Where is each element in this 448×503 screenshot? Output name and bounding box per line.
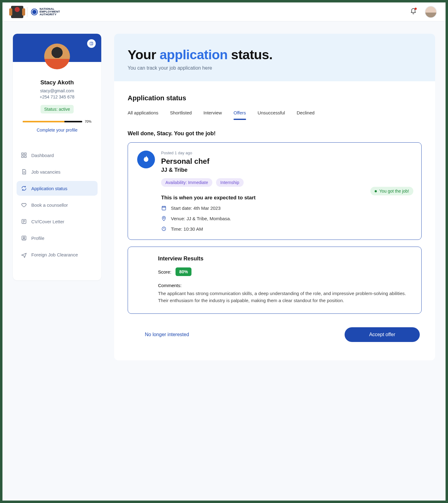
start-date-text: Start date: 4th Mar 2023 [171,205,221,211]
got-job-badge: You got the job! [370,187,413,195]
tab-all-applications[interactable]: All applications [128,110,158,120]
refresh-icon [21,185,27,191]
coat-of-arms-icon [11,6,23,18]
svg-rect-8 [162,206,166,210]
status-badge: Status: active [41,105,74,113]
offer-card: Posted 1 day ago Personal chef JJ & Trib… [128,142,422,240]
svg-point-7 [23,237,25,238]
page-title: Your application status. [128,47,422,62]
nav-dashboard[interactable]: Dashboard [17,148,98,163]
calendar-icon [161,205,167,211]
start-info-heading: This is when you are expected to start [161,195,412,201]
profile-phone: +254 712 345 678 [20,94,95,99]
main-content: Your application status. You can track y… [114,34,435,360]
nav-label: Job vacancies [31,169,60,175]
sidebar-nav: Dashboard Job vacancies Application stat… [13,148,101,262]
nav-profile[interactable]: Profile [17,231,98,245]
page-subtitle: You can track your job application here [128,65,422,71]
svg-rect-1 [22,153,24,155]
tab-shortlisted[interactable]: Shortlisted [170,110,192,120]
nea-logo: NATIONAL EMPLOYMENT AUTHORITY [31,8,60,16]
nav-label: Profile [31,236,44,241]
company-logo [137,151,155,168]
venue-text: Venue: JJ & Tribe, Mombasa. [171,216,231,221]
title-post: status. [228,47,273,62]
title-highlight: application [160,47,227,62]
profile-name: Stacy Akoth [20,79,95,86]
tab-interview[interactable]: Interview [203,110,222,120]
notifications-button[interactable] [410,8,417,16]
nea-badge-icon [31,9,38,15]
start-date-row: Start date: 4th Mar 2023 [161,205,412,211]
accept-offer-button[interactable]: Accept offer [345,327,420,342]
svg-point-9 [163,217,164,219]
sidebar-hero [13,34,101,62]
got-job-label: You got the job! [379,189,409,194]
nav-application-status[interactable]: Application status [17,181,98,196]
title-pre: Your [128,47,160,62]
grid-icon [21,152,27,158]
time-text: Time: 10:30 AM [171,226,203,232]
nav-label: Book a counsellor [31,202,68,208]
svg-rect-4 [25,156,26,158]
progress-fill [23,121,64,122]
hero-banner: Your application status. You can track y… [114,34,435,81]
nav-label: Application status [31,186,68,191]
results-heading: Interview Results [158,255,412,262]
section-heading: Application status [128,94,422,102]
venue-row: Venue: JJ & Tribe, Mombasa. [161,216,412,221]
nav-label: Foreign Job Clearance [31,252,78,257]
nav-label: Dashboard [31,153,54,158]
clock-icon [161,226,167,232]
posted-label: Posted 1 day ago [161,151,244,155]
nea-text: NATIONAL EMPLOYMENT AUTHORITY [40,8,60,16]
collapse-sidebar-button[interactable] [87,39,96,48]
company-name: JJ & Tribe [161,167,244,173]
divider [27,7,27,17]
nav-label: CV/Cover Letter [31,219,64,224]
svg-rect-3 [22,156,24,158]
newspaper-icon [21,218,27,225]
status-panel: Application status All applications Shor… [114,81,435,360]
app-header: NATIONAL EMPLOYMENT AUTHORITY [2,2,446,21]
congrats-message: Well done, Stacy. You got the job! [128,130,422,137]
interview-results-card: Interview Results Score: 80% Comments: T… [128,247,422,314]
plane-icon [21,252,27,258]
availability-chip: Availability: Immediate [161,178,212,187]
profile-email: stacy@gmail.com [20,88,95,93]
complete-profile-link[interactable]: Complete your profile [20,128,95,132]
sidebar: Stacy Akoth stacy@gmail.com +254 712 345… [13,34,101,280]
svg-rect-2 [25,153,26,155]
offer-actions: No longer interested Accept offer [128,327,422,342]
svg-rect-0 [90,42,93,45]
user-icon [21,235,27,241]
profile-progress: 70% [20,120,95,123]
time-row: Time: 10:30 AM [161,226,412,232]
nav-job-vacancies[interactable]: Job vacancies [17,164,98,179]
no-longer-interested-button[interactable]: No longer interested [145,332,189,337]
user-avatar[interactable] [425,6,437,18]
job-type-chip: Internship [216,178,243,187]
flame-icon [141,155,151,164]
nav-foreign-job-clearance[interactable]: Foreign Job Clearance [17,247,98,262]
tab-declined[interactable]: Declined [297,110,315,120]
score-label: Score: [158,269,171,275]
tab-offers[interactable]: Offers [234,110,246,120]
status-tabs: All applications Shortlisted Interview O… [128,110,422,120]
tab-unsuccessful[interactable]: Unsuccessful [258,110,285,120]
location-icon [161,216,167,221]
heart-icon [21,202,27,208]
document-icon [21,169,27,175]
logo-group: NATIONAL EMPLOYMENT AUTHORITY [11,6,60,18]
notification-dot-icon [415,8,417,10]
job-title: Personal chef [161,157,244,166]
comments-text: The applicant has strong communication s… [158,290,412,304]
score-badge: 80% [176,267,191,276]
org-line: AUTHORITY [40,13,60,16]
nav-book-counsellor[interactable]: Book a counsellor [17,198,98,212]
nav-cv-cover-letter[interactable]: CV/Cover Letter [17,214,98,229]
profile-avatar [44,44,70,69]
comments-label: Comments: [158,283,412,288]
progress-percent: 70% [85,120,91,123]
collapse-icon [89,41,94,46]
